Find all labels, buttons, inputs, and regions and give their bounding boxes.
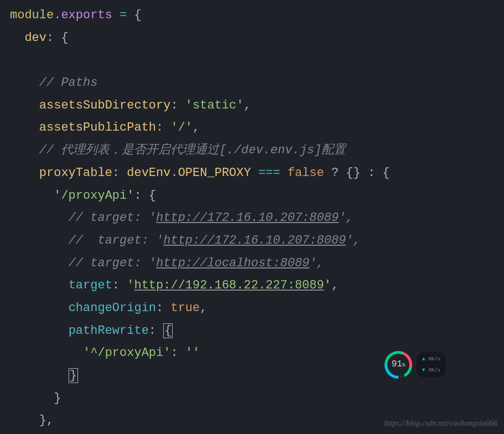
code-line: // target: 'http://localhost:8089', — [10, 252, 504, 275]
gauge-value: 91 — [392, 359, 402, 369]
code-line: changeOrigin: true, — [10, 297, 504, 320]
comment-proxy-cn: // 代理列表，是否开启代理通过[./dev.env.js]配置 — [39, 143, 346, 157]
comment-paths: // Paths — [39, 76, 98, 90]
key-rewrite-pattern: '^/proxyApi' — [83, 346, 170, 360]
upload-arrow-icon: ▲ — [422, 355, 425, 364]
network-stats: ▲ 0K/s ▼ 0K/s — [417, 352, 446, 378]
key-assetsSubDirectory: assetsSubDirectory — [39, 99, 171, 112]
token-exports: exports — [61, 8, 112, 22]
url-commented: http://172.16.10.207:8089 — [156, 211, 339, 225]
code-line: // 代理列表，是否开启代理通过[./dev.env.js]配置 — [10, 140, 504, 162]
code-line: module.exports = { — [10, 4, 504, 27]
bracket-highlight: } — [69, 368, 78, 383]
download-rate: 0K/s — [428, 366, 440, 375]
key-assetsPublicPath: assetsPublicPath — [39, 121, 156, 135]
code-line: // target: 'http://172.16.10.207:8089', — [10, 230, 504, 252]
code-line: } — [10, 388, 504, 410]
system-monitor-widget[interactable]: 91% ▲ 0K/s ▼ 0K/s — [385, 351, 446, 379]
key-proxyApi: '/proxyApi' — [54, 189, 134, 203]
token-dev: dev — [24, 31, 46, 45]
upload-rate: 0K/s — [428, 355, 440, 364]
url-target: http://192.168.22.227:8089 — [134, 278, 324, 292]
code-line: dev: { — [10, 27, 504, 50]
watermark-text: https://blog.csdn.net/caohongxia666 — [384, 416, 497, 431]
key-pathRewrite: pathRewrite — [69, 324, 149, 338]
key-target: target — [69, 278, 112, 292]
token-false: false — [288, 166, 324, 180]
key-changeOrigin: changeOrigin — [69, 301, 156, 315]
url-commented: http://172.16.10.207:8089 — [163, 234, 346, 247]
bracket-highlight: { — [163, 323, 173, 338]
token-true: true — [170, 301, 200, 315]
gauge-percent-symbol: % — [402, 363, 405, 368]
code-line: assetsPublicPath: '/', — [10, 117, 504, 140]
code-line: pathRewrite: { — [10, 320, 504, 343]
code-line — [10, 49, 504, 72]
code-line: // Paths — [10, 72, 504, 95]
code-line: // target: 'http://172.16.10.207:8089', — [10, 207, 504, 230]
cpu-gauge: 91% — [385, 351, 412, 379]
code-line: assetsSubDirectory: 'static', — [10, 95, 504, 117]
key-proxyTable: proxyTable — [39, 166, 112, 180]
code-line: proxyTable: devEnv.OPEN_PROXY === false … — [10, 162, 504, 185]
url-commented: http://localhost:8089 — [156, 256, 309, 270]
code-line: target: 'http://192.168.22.227:8089', — [10, 275, 504, 297]
code-line: '/proxyApi': { — [10, 185, 504, 208]
download-arrow-icon: ▼ — [422, 366, 425, 375]
token-module: module — [10, 8, 54, 22]
